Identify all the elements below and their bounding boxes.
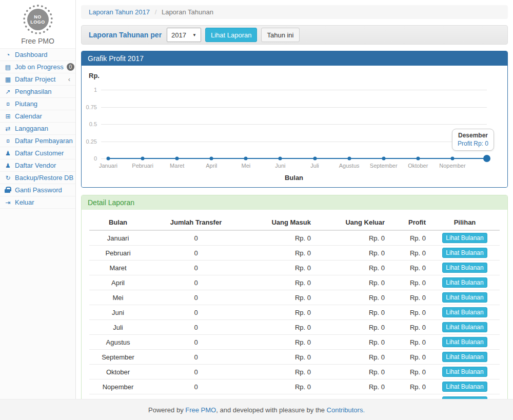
report-toolbar: Laporan Tahunan per 2017 ▼ Lihat Laporan…	[81, 25, 508, 45]
cell-bulan: Pebruari	[89, 246, 147, 261]
sidebar-item-penghasilan[interactable]: ↗Penghasilan	[0, 86, 75, 98]
data-point-juni[interactable]	[279, 157, 282, 161]
data-point-september[interactable]	[382, 157, 385, 161]
data-point-januari[interactable]	[107, 157, 110, 161]
table-header-row: Bulan Jumlah Transfer Uang Masuk Uang Ke…	[89, 215, 500, 230]
data-point-desember[interactable]	[483, 155, 490, 162]
cell-uang-keluar: Rp. 0	[315, 290, 389, 305]
profit-line	[108, 158, 487, 159]
data-point-oktober[interactable]	[416, 157, 420, 161]
cell-profit: Rp. 0	[389, 305, 430, 320]
lihat-bulanan-button[interactable]: Lihat Bulanan	[442, 248, 487, 258]
lihat-bulanan-button[interactable]: Lihat Bulanan	[442, 233, 487, 243]
lihat-bulanan-button[interactable]: Lihat Bulanan	[442, 367, 487, 377]
col-header-profit: Profit	[389, 215, 430, 230]
footer-link-free-pmo[interactable]: Free PMO	[185, 406, 216, 414]
cell-profit: Rp. 0	[389, 230, 430, 246]
sidebar-item-langganan[interactable]: ⇄Langganan	[0, 123, 75, 135]
sidebar-item-ganti-password[interactable]: Ganti Password	[0, 184, 75, 196]
money-icon: ¤	[4, 137, 12, 145]
y-tick-label: 0.25	[86, 138, 97, 145]
breadcrumb-link[interactable]: Laporan Tahun 2017	[89, 8, 150, 16]
lihat-bulanan-button[interactable]: Lihat Bulanan	[442, 263, 487, 273]
sidebar-item-backup-restore-db[interactable]: ↻Backup/Restore DB	[0, 172, 75, 184]
cell-profit: Rp. 0	[389, 394, 430, 399]
cell-uang-keluar: Rp. 0	[315, 365, 389, 379]
table-row-september: September0Rp. 0Rp. 0Rp. 0Lihat Bulanan	[89, 350, 500, 365]
sidebar-item-dashboard[interactable]: ◔Dashboard	[0, 49, 75, 61]
sidebar-item-keluar[interactable]: ⇥Keluar	[0, 196, 75, 209]
cell-bulan: Oktober	[89, 365, 147, 379]
cell-bulan: Agustus	[89, 335, 147, 350]
lihat-bulanan-button[interactable]: Lihat Bulanan	[442, 352, 487, 362]
view-report-button[interactable]: Lihat Laporan	[205, 28, 258, 42]
cell-uang-keluar: Rp. 0	[315, 261, 389, 275]
sidebar-item-calendar[interactable]: ⊞Calendar	[0, 110, 75, 123]
sidebar-item-label: Piutang	[15, 100, 70, 108]
cell-jumlah-transfer: 0	[147, 275, 245, 290]
cell-pilihan: Lihat Bulanan	[430, 305, 500, 320]
cell-profit: Rp. 0	[389, 290, 430, 305]
col-header-uang-masuk: Uang Masuk	[245, 215, 315, 230]
sidebar-item-label: Daftar Project	[15, 75, 65, 83]
table-row-mei: Mei0Rp. 0Rp. 0Rp. 0Lihat Bulanan	[89, 290, 500, 305]
report-table-body: Januari0Rp. 0Rp. 0Rp. 0Lihat BulananPebr…	[89, 230, 500, 399]
table-row-juni: Juni0Rp. 0Rp. 0Rp. 0Lihat Bulanan	[89, 305, 500, 320]
lihat-bulanan-button[interactable]: Lihat Bulanan	[442, 322, 487, 332]
table-row-desember: Desember0Rp. 0Rp. 0Rp. 0Lihat Bulanan	[89, 394, 500, 399]
sidebar-item-job-on-progress[interactable]: ▤Job on Progress0	[0, 61, 75, 73]
cell-jumlah-transfer: 0	[147, 350, 245, 365]
sidebar-item-daftar-project[interactable]: ▦Daftar Project‹	[0, 73, 75, 86]
cell-jumlah-transfer: 0	[147, 246, 245, 261]
sign-out-icon: ⇥	[4, 199, 12, 206]
sidebar-item-daftar-pembayaran[interactable]: ¤Daftar Pembayaran	[0, 135, 75, 147]
cell-uang-masuk: Rp. 0	[245, 261, 315, 275]
cell-jumlah-transfer: 0	[147, 365, 245, 379]
cell-bulan: Januari	[89, 230, 147, 246]
page: NO LOGO Free PMO ◔Dashboard▤Job on Progr…	[0, 0, 513, 420]
data-point-pebruari[interactable]	[141, 157, 145, 161]
cell-bulan: Nopember	[89, 379, 147, 394]
cell-uang-masuk: Rp. 0	[245, 230, 315, 246]
cell-uang-keluar: Rp. 0	[315, 320, 389, 335]
cell-bulan: Juni	[89, 305, 147, 320]
lihat-bulanan-button[interactable]: Lihat Bulanan	[442, 292, 487, 303]
sidebar-item-label: Keluar	[15, 198, 70, 206]
data-point-agustus[interactable]	[347, 157, 351, 161]
cell-uang-masuk: Rp. 0	[245, 350, 315, 365]
sidebar-item-daftar-vendor[interactable]: ♟Daftar Vendor	[0, 159, 75, 172]
report-table: Bulan Jumlah Transfer Uang Masuk Uang Ke…	[89, 215, 500, 399]
sidebar-item-piutang[interactable]: ¤Piutang	[0, 98, 75, 110]
main-content: Laporan Tahun 2017 / Laporan Tahunan Lap…	[76, 0, 513, 399]
lock-icon	[4, 187, 12, 193]
x-tick-label: Juni	[275, 163, 285, 169]
money-icon: ¤	[4, 101, 12, 108]
year-select[interactable]: 2017 ▼	[167, 28, 201, 42]
logo-box: NO LOGO Free PMO	[0, 0, 75, 49]
this-year-button[interactable]: Tahun ini	[261, 28, 299, 42]
cell-pilihan: Lihat Bulanan	[430, 365, 500, 379]
data-point-juli[interactable]	[313, 157, 317, 161]
cell-pilihan: Lihat Bulanan	[430, 320, 500, 335]
y-tick-label: 0.5	[89, 121, 97, 127]
footer-text: Powered by Free PMO, and developed with …	[148, 406, 365, 414]
data-point-maret[interactable]	[175, 157, 179, 161]
brand-name: Free PMO	[0, 37, 75, 45]
data-point-nopember[interactable]	[450, 157, 454, 161]
sidebar-item-label: Job on Progress	[15, 63, 64, 71]
users-icon: ♟	[4, 162, 12, 169]
sidebar-item-label: Dashboard	[15, 51, 70, 58]
cell-jumlah-transfer: 0	[147, 335, 245, 350]
lihat-bulanan-button[interactable]: Lihat Bulanan	[442, 307, 487, 317]
cell-profit: Rp. 0	[389, 261, 430, 275]
footer-link-contributors[interactable]: Contributors.	[327, 406, 365, 414]
lihat-bulanan-button[interactable]: Lihat Bulanan	[442, 277, 487, 288]
data-point-april[interactable]	[210, 157, 213, 161]
col-header-jumlah-transfer: Jumlah Transfer	[147, 215, 245, 230]
data-point-mei[interactable]	[244, 157, 248, 161]
lihat-bulanan-button[interactable]: Lihat Bulanan	[442, 337, 487, 347]
sidebar-item-daftar-customer[interactable]: ♟Daftar Customer	[0, 147, 75, 159]
lihat-bulanan-button[interactable]: Lihat Bulanan	[442, 382, 487, 392]
tasks-icon: ▤	[4, 64, 12, 71]
x-tick-label: September	[370, 163, 398, 169]
